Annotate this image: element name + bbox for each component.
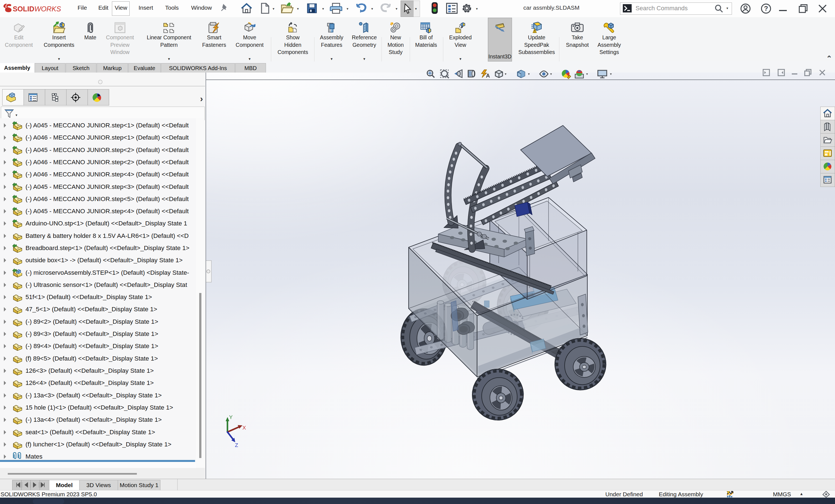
svg-text:A: A: [486, 72, 490, 79]
svg-text:Y: Y: [229, 414, 233, 420]
svg-text:?: ?: [764, 5, 768, 12]
svg-text:Z: Z: [235, 442, 238, 448]
svg-text:SOLIDWORKS: SOLIDWORKS: [13, 5, 61, 13]
svg-text:X: X: [242, 425, 246, 430]
svg-text:!: !: [534, 29, 535, 33]
